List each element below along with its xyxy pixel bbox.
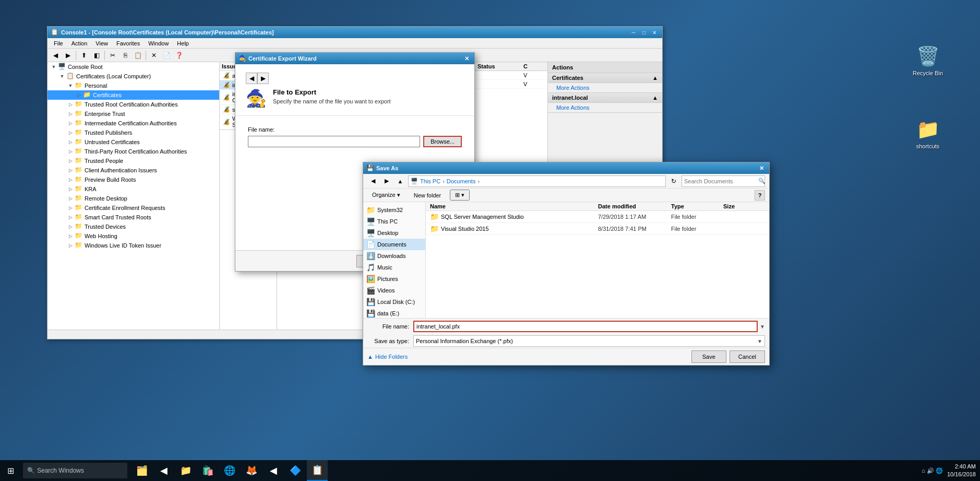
save-organize-button[interactable]: Organize ▾ [367,190,405,200]
tree-item-cert-enrollment[interactable]: ▷ 📁 Certificate Enrollment Requests [47,203,219,213]
toolbar-help[interactable]: ❓ [173,50,185,61]
tree-item-console-root[interactable]: ▼ 🖥️ Console Root [47,62,219,72]
nav-item-local-disk[interactable]: 💾 Local Disk (C:) [363,296,425,308]
save-nav-up[interactable]: ▲ [395,175,406,187]
taskbar-powershell[interactable]: 🔷 [285,460,306,481]
toolbar-up[interactable]: ⬆ [78,50,90,61]
tree-item-preview-build[interactable]: ▷ 📁 Preview Build Roots [47,175,219,184]
taskbar-ie[interactable]: ◀ [263,460,284,481]
mmc-minimize-button[interactable]: ─ [629,28,638,37]
files-col-size[interactable]: Size [723,203,765,209]
nav-item-music[interactable]: 🎵 Music [363,262,425,273]
tree-item-personal[interactable]: ▼ 📁 Personal [47,81,219,90]
nav-item-documents[interactable]: 📄 Documents [363,239,425,250]
cert-wizard-filename-input[interactable] [248,136,420,147]
menu-action[interactable]: Action [67,39,92,48]
save-help-button[interactable]: ? [755,190,765,201]
cert-wizard-close-button[interactable]: ✕ [462,54,471,63]
tree-item-client-auth[interactable]: ▷ 📁 Client Authentication Issuers [47,166,219,175]
toolbar-back[interactable]: ◀ [50,50,61,61]
menu-view[interactable]: View [91,39,112,48]
taskbar-folder[interactable]: 📁 [175,460,196,481]
toolbar-forward[interactable]: ▶ [62,50,74,61]
save-type-select[interactable]: Personal Information Exchange (*.pfx) ▼ [413,335,765,347]
taskbar-store[interactable]: 🛍️ [197,460,218,481]
hide-folders-button[interactable]: ▲ Hide Folders [367,354,408,360]
tree-item-trusted-people[interactable]: ▷ 📁 Trusted People [47,156,219,166]
desktop-icon-shortcuts[interactable]: 📁 shortcuts [907,115,949,151]
tree-item-enterprise[interactable]: ▷ 📁 Enterprise Trust [47,109,219,119]
taskbar-search-box[interactable]: 🔍 Search Windows [23,463,127,478]
save-nav-forward[interactable]: ▶ [381,175,392,187]
toolbar-paste[interactable]: 📋 [132,50,144,61]
save-refresh-button[interactable]: ↻ [668,175,679,187]
tree-item-trusted-root[interactable]: ▷ 📁 Trusted Root Certification Authoriti… [47,100,219,109]
toolbar-delete[interactable]: ✕ [148,50,160,61]
taskbar-firefox[interactable]: 🦊 [241,460,262,481]
menu-window[interactable]: Window [144,39,173,48]
save-view-button[interactable]: ⊞ ▾ [450,190,470,201]
cert-wizard-nav-back[interactable]: ◀ [246,73,257,84]
save-search-input[interactable] [684,178,756,184]
actions-title-intranet[interactable]: intranet.local ▲ [548,93,662,103]
tree-item-smart-card[interactable]: ▷ 📁 Smart Card Trusted Roots [47,213,219,222]
toolbar-copy[interactable]: ⎘ [119,50,131,61]
taskbar-mmc[interactable]: 📋 [307,460,328,481]
file-row-visual-studio[interactable]: 📁 Visual Studio 2015 8/31/2018 7:41 PM F… [426,223,769,235]
taskbar-search-placeholder: Search Windows [37,467,84,474]
files-col-type[interactable]: Type [671,203,723,209]
actions-more-certs[interactable]: More Actions [548,83,662,92]
mmc-close-button[interactable]: ✕ [650,28,659,37]
actions-title-certs[interactable]: Certificates ▲ [548,73,662,83]
nav-item-desktop[interactable]: 🖥️ Desktop [363,227,425,239]
tree-item-untrusted[interactable]: ▷ 📁 Untrusted Certificates [47,137,219,147]
save-as-address-toolbar: ◀ ▶ ▲ 🖥️ This PC › Documents › ↻ 🔍 [363,174,769,189]
tree-item-remote-desktop[interactable]: ▷ 📁 Remote Desktop [47,194,219,203]
desktop-icon-recycle-bin[interactable]: 🗑️ Recycle Bin [907,42,949,78]
files-col-date[interactable]: Date modified [598,203,671,209]
tree-item-web-hosting[interactable]: ▷ 📁 Web Hosting [47,231,219,241]
save-save-button[interactable]: Save [691,350,726,363]
nav-item-videos[interactable]: 🎬 Videos [363,285,425,296]
taskbar-chrome[interactable]: 🌐 [219,460,240,481]
tree-item-kra[interactable]: ▷ 📁 KRA [47,184,219,194]
save-cancel-button[interactable]: Cancel [730,350,765,363]
toolbar-show-hide[interactable]: ◧ [91,50,102,61]
save-nav-back[interactable]: ◀ [367,175,379,187]
nav-item-pictures[interactable]: 🖼️ Pictures [363,273,425,285]
tree-item-intermediate[interactable]: ▷ 📁 Intermediate Certification Authoriti… [47,119,219,128]
nav-item-downloads[interactable]: ⬇️ Downloads [363,250,425,262]
nav-item-data-e[interactable]: 💾 data (E:) [363,308,425,318]
tree-item-trusted-devices[interactable]: ▷ 📁 Trusted Devices [47,222,219,231]
actions-more-intranet[interactable]: More Actions [548,103,662,112]
save-new-folder-button[interactable]: New folder [409,191,446,200]
file-row-sql-server[interactable]: 📁 SQL Server Management Studio 7/29/2018… [426,211,769,223]
toolbar-cut[interactable]: ✂ [107,50,118,61]
nav-item-this-pc[interactable]: 🖥️ This PC [363,216,425,227]
tree-item-third-party[interactable]: ▷ 📁 Third-Party Root Certification Autho… [47,147,219,156]
mmc-titlebar: 📋 Console1 - [Console Root\Certificates … [47,27,662,38]
nav-item-system32[interactable]: 📁 System32 [363,204,425,216]
cert-wizard-browse-button[interactable]: Browse... [423,136,462,147]
tree-item-windows-live[interactable]: ▷ 📁 Windows Live ID Token Issuer [47,241,219,250]
taskbar-edge[interactable]: ◀ [153,460,174,481]
tree-item-certificates[interactable]: ▷ 📁 Certificates [47,90,219,100]
breadcrumb-documents[interactable]: Documents [447,178,476,184]
taskbar-task-view[interactable]: 🗂️ [132,460,152,481]
save-filename-input[interactable] [413,321,758,332]
save-type-dropdown-icon: ▼ [757,338,762,344]
cert-wizard-nav-forward[interactable]: ▶ [257,73,269,84]
files-col-name[interactable]: Name [430,203,598,209]
menu-help[interactable]: Help [173,39,193,48]
taskbar-clock[interactable]: 2:40 AM 10/16/2018 [947,463,976,479]
detail-cert-sha2: V [523,81,544,87]
tree-item-certs-local[interactable]: ▼ 📋 Certificates (Local Computer) [47,72,219,81]
mmc-maximize-button[interactable]: □ [639,28,649,37]
menu-favorites[interactable]: Favorites [112,39,144,48]
menu-file[interactable]: File [50,39,67,48]
tree-item-trusted-publishers[interactable]: ▷ 📁 Trusted Publishers [47,128,219,137]
breadcrumb-this-pc[interactable]: This PC [420,178,440,184]
toolbar-properties[interactable]: 📄 [161,50,172,61]
save-as-close-button[interactable]: ✕ [757,164,766,172]
taskbar-start-button[interactable]: ⊞ [0,460,21,481]
